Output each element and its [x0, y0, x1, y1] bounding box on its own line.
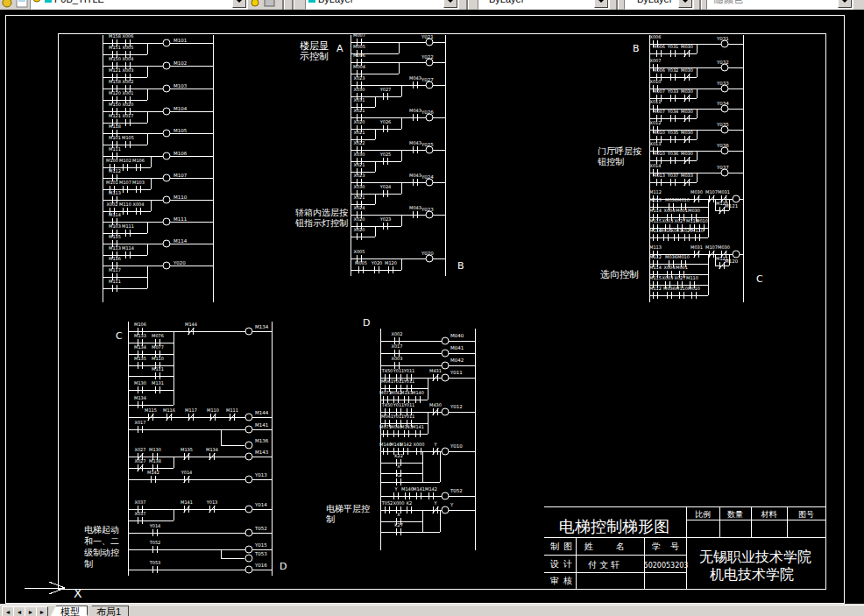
lineweight-combo[interactable]: ByLayer	[624, 0, 694, 10]
svg-text:M036: M036	[663, 286, 676, 291]
svg-text:X037: X037	[135, 499, 146, 505]
drawing-canvas[interactable]: XM101M158X006M151X005M102M150X004M121X00…	[0, 10, 864, 604]
svg-text:X020: X020	[123, 102, 134, 107]
first-tab-button[interactable]: ◄	[2, 606, 14, 616]
svg-text:M111: M111	[109, 279, 121, 284]
svg-text:M030: M030	[681, 151, 693, 156]
svg-text:5020053203: 5020053203	[644, 562, 689, 570]
layer-combo[interactable]: P0B_TITLE	[30, 0, 248, 10]
svg-text:M010: M010	[688, 286, 700, 291]
svg-text:M007: M007	[353, 32, 365, 38]
svg-text:Y012: Y012	[450, 404, 463, 409]
svg-text:X013: X013	[650, 141, 662, 146]
svg-text:Y020: Y020	[371, 260, 383, 266]
svg-text:和一、二: 和一、二	[84, 536, 119, 546]
svg-text:Y014: Y014	[254, 502, 267, 507]
svg-text:Y024: Y024	[421, 174, 434, 180]
svg-text:M116: M116	[109, 256, 121, 261]
svg-text:M110: M110	[691, 228, 704, 233]
svg-text:M151: M151	[109, 45, 121, 50]
next-tab-button[interactable]: ►	[25, 606, 37, 616]
svg-text:Y013: Y013	[254, 472, 267, 478]
svg-text:M105: M105	[122, 135, 134, 140]
svg-text:M041: M041	[450, 345, 464, 350]
tab-layout1[interactable]: 布局1	[85, 605, 129, 616]
plotstyle-combo[interactable]: 随颜色	[706, 0, 853, 10]
linetype-combo[interactable]: ByLayer	[478, 0, 610, 10]
svg-text:Y: Y	[450, 502, 454, 507]
svg-text:X: X	[397, 512, 400, 517]
layer-color-swatch	[45, 0, 52, 3]
svg-text:Y011: Y011	[393, 368, 405, 373]
svg-text:M103: M103	[109, 223, 121, 229]
svg-text:M102: M102	[119, 158, 131, 163]
svg-text:X002: X002	[107, 202, 118, 207]
svg-text:Y014: Y014	[181, 470, 193, 475]
svg-text:Y032: Y032	[716, 60, 729, 65]
svg-text:号: 号	[670, 542, 679, 551]
svg-text:M036: M036	[665, 197, 677, 202]
svg-text:X: X	[397, 464, 400, 469]
svg-text:M111: M111	[122, 223, 134, 229]
svg-text:Y032: Y032	[667, 67, 679, 73]
ladder-leveling-ladder: M040X002M041X017M042X003Y011T450Y011Y011…	[379, 329, 475, 550]
drawing-svg: XM101M158X006M151X005M102M150X004M121X00…	[0, 10, 864, 604]
svg-text:M101: M101	[106, 180, 118, 185]
linetype-combo-arrow[interactable]	[594, 0, 608, 8]
layout-tab-bar: ◄ ◄ ► ► 模型 布局1	[0, 605, 864, 616]
svg-text:Y025: Y025	[421, 142, 434, 147]
svg-text:门厅呼层按: 门厅呼层按	[598, 146, 641, 156]
svg-text:Y023: Y023	[379, 216, 392, 222]
svg-text:B: B	[457, 260, 464, 272]
color-combo-arrow[interactable]	[443, 0, 457, 8]
svg-text:M115: M115	[145, 407, 157, 413]
svg-text:M134: M134	[255, 324, 269, 329]
svg-text:X023: X023	[354, 75, 365, 81]
svg-text:Y024: Y024	[379, 184, 392, 189]
svg-text:X003: X003	[123, 67, 134, 73]
prev-tab-button[interactable]: ◄	[13, 606, 25, 616]
svg-text:X004: X004	[664, 208, 676, 213]
svg-text:M043: M043	[409, 205, 421, 210]
layers-dialog-icon[interactable]	[1, 0, 13, 9]
layer-combo-arrow[interactable]	[232, 0, 246, 8]
svg-text:M010: M010	[653, 130, 665, 135]
last-tab-button[interactable]: ►	[36, 606, 48, 616]
svg-text:M030: M030	[718, 244, 730, 250]
svg-text:X027: X027	[675, 218, 686, 223]
layer-states-icon[interactable]	[264, 0, 276, 9]
svg-text:M106: M106	[132, 158, 145, 163]
svg-text:Y037: Y037	[716, 165, 729, 170]
tab-model[interactable]: 模型	[49, 605, 88, 616]
svg-text:X027: X027	[675, 275, 686, 280]
svg-text:M031: M031	[718, 189, 730, 195]
svg-text:Y037: Y037	[667, 173, 679, 178]
svg-text:Y011: Y011	[403, 402, 415, 407]
svg-text:M114: M114	[174, 238, 188, 244]
svg-text:M010: M010	[696, 218, 708, 223]
svg-text:K2: K2	[407, 500, 412, 506]
previous-layer-icon[interactable]	[250, 0, 262, 9]
svg-text:M010: M010	[677, 197, 690, 202]
svg-text:M150: M150	[109, 102, 121, 107]
svg-text:电梯起动: 电梯起动	[84, 525, 119, 535]
svg-text:Y031: Y031	[716, 36, 729, 41]
svg-text:M117: M117	[109, 267, 121, 273]
make-layer-current-icon[interactable]	[16, 0, 28, 9]
svg-text:X017: X017	[123, 113, 134, 118]
ladder-floor-indicator-relays: M101M158X006M151X005M102M150X004M121X003…	[103, 33, 213, 302]
svg-text:X004: X004	[133, 202, 145, 207]
svg-text:制: 制	[84, 559, 93, 569]
title-block: 电梯控制梯形图比例数量材料图号制图设计审核姓名学号付 文 轩5020053203…	[544, 506, 825, 589]
svg-text:M110: M110	[686, 275, 698, 280]
plotstyle-combo-arrow[interactable]	[838, 0, 852, 8]
svg-text:M111: M111	[226, 407, 238, 413]
svg-text:制: 制	[326, 514, 335, 524]
svg-text:Y023: Y023	[421, 207, 434, 212]
lineweight-combo-arrow[interactable]	[678, 0, 692, 8]
svg-text:M120: M120	[385, 260, 397, 266]
svg-text:M107: M107	[119, 180, 131, 185]
svg-text:Y020: Y020	[173, 260, 186, 266]
color-combo[interactable]: ByLayer	[305, 0, 459, 10]
svg-text:M111: M111	[174, 216, 187, 222]
